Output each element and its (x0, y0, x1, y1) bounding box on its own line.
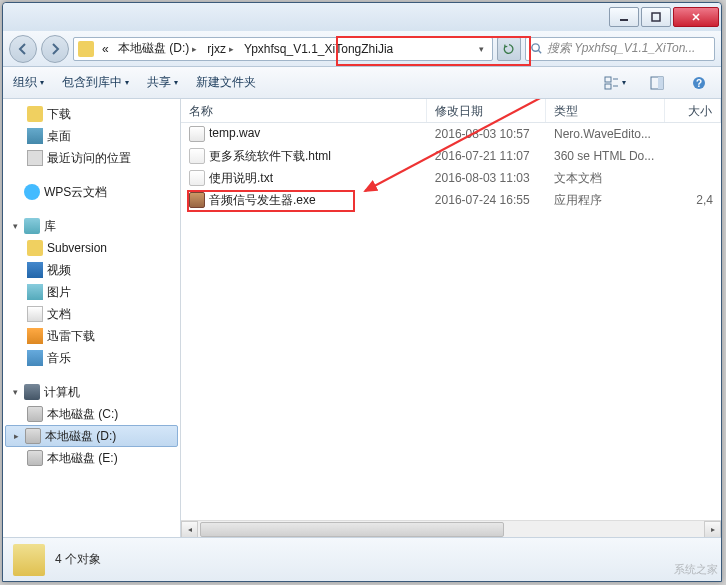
tree-pictures[interactable]: 图片 (3, 281, 180, 303)
tree-drive-c[interactable]: 本地磁盘 (C:) (3, 403, 180, 425)
tree-library[interactable]: ▾库 (3, 215, 180, 237)
svg-point-2 (532, 44, 539, 51)
tree-documents[interactable]: 文档 (3, 303, 180, 325)
view-options-button[interactable]: ▾ (603, 72, 627, 94)
scroll-thumb[interactable] (200, 522, 504, 537)
tree-wps-cloud[interactable]: WPS云文档 (3, 181, 180, 203)
col-header-type[interactable]: 类型 (546, 99, 665, 122)
tree-computer[interactable]: ▾计算机 (3, 381, 180, 403)
explorer-window: « 本地磁盘 (D:)▸ rjxz▸ Ypxhfsq_V1.1_XiTongZh… (2, 2, 722, 582)
close-button[interactable] (673, 7, 719, 27)
drive-icon (27, 450, 43, 466)
cloud-icon (24, 184, 40, 200)
new-folder-button[interactable]: 新建文件夹 (196, 74, 256, 91)
maximize-button[interactable] (641, 7, 671, 27)
preview-pane-button[interactable] (645, 72, 669, 94)
documents-icon (27, 306, 43, 322)
breadcrumb-segment[interactable]: rjxz▸ (203, 42, 240, 56)
computer-icon (24, 384, 40, 400)
collapse-icon[interactable]: ▾ (11, 222, 20, 231)
tree-music[interactable]: 音乐 (3, 347, 180, 369)
status-text: 4 个对象 (55, 551, 101, 568)
forward-button[interactable] (41, 35, 69, 63)
recent-icon (27, 150, 43, 166)
tree-drive-d[interactable]: ▸本地磁盘 (D:) (5, 425, 178, 447)
downloads-icon (27, 106, 43, 122)
toolbar: 组织▾ 包含到库中▾ 共享▾ 新建文件夹 ▾ ? (3, 67, 721, 99)
scroll-left-button[interactable]: ◂ (181, 521, 198, 537)
exe-file-icon (189, 192, 205, 208)
pictures-icon (27, 284, 43, 300)
back-button[interactable] (9, 35, 37, 63)
status-bar: 4 个对象 (3, 537, 721, 581)
file-row[interactable]: temp.wav 2016-08-03 10:57 Nero.WaveEdito… (181, 123, 721, 145)
tree-recent[interactable]: 最近访问的位置 (3, 147, 180, 169)
share-menu[interactable]: 共享▾ (147, 74, 178, 91)
address-bar[interactable]: « 本地磁盘 (D:)▸ rjxz▸ Ypxhfsq_V1.1_XiTongZh… (73, 37, 493, 61)
tree-videos[interactable]: 视频 (3, 259, 180, 281)
search-input[interactable]: 搜索 Ypxhfsq_V1.1_XiTon... (525, 37, 715, 61)
column-headers: 名称 修改日期 类型 大小 (181, 99, 721, 123)
file-row[interactable]: 音频信号发生器.exe 2016-07-24 16:55 应用程序 2,4 (181, 189, 721, 211)
col-header-date[interactable]: 修改日期 (427, 99, 546, 122)
refresh-button[interactable] (497, 37, 521, 61)
folder-icon (78, 41, 94, 57)
tree-downloads[interactable]: 下载 (3, 103, 180, 125)
drive-icon (27, 406, 43, 422)
tree-subversion[interactable]: Subversion (3, 237, 180, 259)
tree-drive-e[interactable]: 本地磁盘 (E:) (3, 447, 180, 469)
expand-icon[interactable]: ▸ (12, 432, 21, 441)
html-file-icon (189, 148, 205, 164)
breadcrumb-segment[interactable]: Ypxhfsq_V1.1_XiTongZhiJia (240, 42, 399, 56)
include-library-menu[interactable]: 包含到库中▾ (62, 74, 129, 91)
library-icon (24, 218, 40, 234)
wav-file-icon (189, 126, 205, 142)
tree-xunlei[interactable]: 迅雷下载 (3, 325, 180, 347)
drive-icon (25, 428, 41, 444)
file-row[interactable]: 使用说明.txt 2016-08-03 11:03 文本文档 (181, 167, 721, 189)
folder-icon (13, 544, 45, 576)
svg-rect-6 (658, 77, 663, 89)
desktop-icon (27, 128, 43, 144)
dropdown-arrow-icon[interactable]: ▾ (475, 44, 488, 54)
col-header-size[interactable]: 大小 (665, 99, 721, 122)
xunlei-icon (27, 328, 43, 344)
scroll-right-button[interactable]: ▸ (704, 521, 721, 537)
body: 下载 桌面 最近访问的位置 WPS云文档 ▾库 Subversion 视频 图片… (3, 99, 721, 537)
breadcrumb-segment[interactable]: « 本地磁盘 (D:)▸ (98, 40, 203, 57)
organize-menu[interactable]: 组织▾ (13, 74, 44, 91)
navigation-bar: « 本地磁盘 (D:)▸ rjxz▸ Ypxhfsq_V1.1_XiTongZh… (3, 31, 721, 67)
music-icon (27, 350, 43, 366)
video-icon (27, 262, 43, 278)
titlebar (3, 3, 721, 31)
file-list-pane: 名称 修改日期 类型 大小 temp.wav 2016-08-03 10:57 … (181, 99, 721, 537)
help-button[interactable]: ? (687, 72, 711, 94)
file-row[interactable]: 更多系统软件下载.html 2016-07-21 11:07 360 se HT… (181, 145, 721, 167)
tree-desktop[interactable]: 桌面 (3, 125, 180, 147)
svg-rect-4 (605, 84, 611, 89)
collapse-icon[interactable] (11, 188, 20, 197)
col-header-name[interactable]: 名称 (181, 99, 427, 122)
navigation-tree: 下载 桌面 最近访问的位置 WPS云文档 ▾库 Subversion 视频 图片… (3, 99, 181, 537)
svg-rect-0 (620, 19, 628, 21)
folder-icon (27, 240, 43, 256)
svg-text:?: ? (696, 78, 702, 89)
search-icon (530, 42, 543, 55)
svg-rect-3 (605, 77, 611, 82)
collapse-icon[interactable]: ▾ (11, 388, 20, 397)
svg-rect-1 (652, 13, 660, 21)
horizontal-scrollbar[interactable]: ◂ ▸ (181, 520, 721, 537)
minimize-button[interactable] (609, 7, 639, 27)
txt-file-icon (189, 170, 205, 186)
